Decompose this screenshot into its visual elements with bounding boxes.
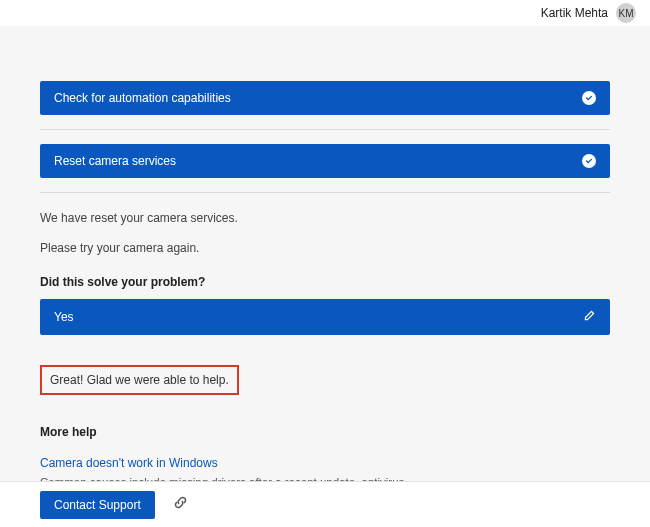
user-name: Kartik Mehta (541, 6, 608, 20)
link-icon[interactable] (173, 495, 188, 514)
more-help-heading: More help (40, 425, 610, 439)
feedback-answer-bar[interactable]: Yes (40, 299, 610, 335)
feedback-question: Did this solve your problem? (40, 275, 610, 289)
article-link[interactable]: Camera doesn't work in Windows (40, 456, 218, 470)
status-reset-done: We have reset your camera services. (40, 211, 610, 225)
page-body: Check for automation capabilities Reset … (0, 26, 650, 527)
feedback-thanks-text: Great! Glad we were able to help. (50, 373, 229, 387)
feedback-answer: Yes (54, 310, 74, 324)
status-try-again: Please try your camera again. (40, 241, 610, 255)
avatar-initials: KM (619, 8, 634, 19)
edit-icon[interactable] (583, 309, 596, 325)
divider (40, 129, 610, 130)
panel-reset-title: Reset camera services (54, 154, 176, 168)
feedback-thanks: Great! Glad we were able to help. (40, 365, 239, 395)
panel-reset[interactable]: Reset camera services (40, 144, 610, 178)
panel-automation[interactable]: Check for automation capabilities (40, 81, 610, 115)
contact-support-button[interactable]: Contact Support (40, 491, 155, 519)
content: Check for automation capabilities Reset … (0, 26, 650, 522)
divider (40, 192, 610, 193)
bottom-bar: Contact Support (0, 481, 650, 527)
avatar[interactable]: KM (616, 3, 636, 23)
panel-automation-title: Check for automation capabilities (54, 91, 231, 105)
top-bar: Kartik Mehta KM (0, 0, 650, 26)
check-circle-icon (582, 154, 596, 168)
check-circle-icon (582, 91, 596, 105)
